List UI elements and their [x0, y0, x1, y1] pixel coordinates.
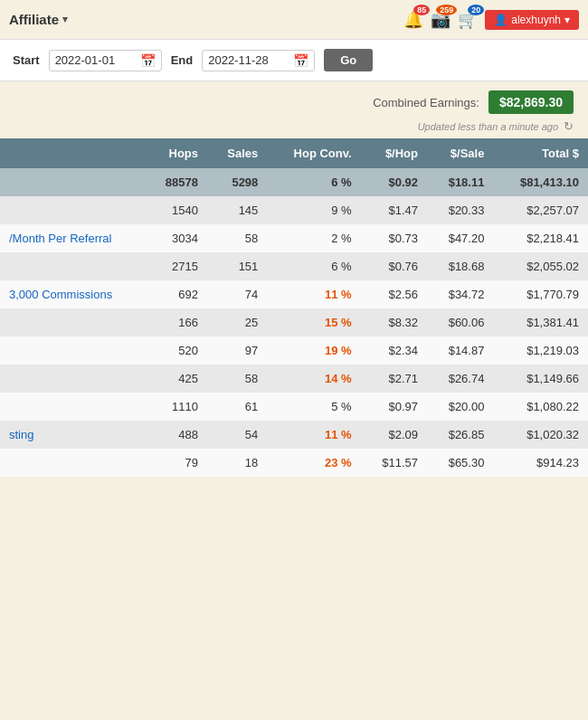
row-per-hop: $0.73 — [361, 224, 427, 252]
row-per-sale: $14.87 — [427, 336, 493, 365]
row-total: $1,219.03 — [493, 336, 588, 365]
row-total: $2,257.07 — [493, 196, 588, 224]
row-name — [0, 365, 145, 393]
row-name[interactable]: /Month Per Referral — [0, 224, 145, 252]
row-sales: 58 — [207, 365, 267, 393]
table-row: 79 18 23 % $11.57 $65.30 $914.23 — [0, 449, 588, 477]
data-table: Hops Sales Hop Conv. $/Hop $/Sale Total … — [0, 138, 588, 477]
row-name[interactable]: 3,000 Commissions — [0, 280, 145, 308]
row-sales: 58 — [207, 224, 267, 252]
bell-icon-wrap[interactable]: 🔔 85 — [403, 10, 423, 30]
row-per-hop: $0.97 — [361, 393, 427, 421]
nav-right: 🔔 85 📷 259 🛒 20 👤 alexhuynh ▾ — [403, 10, 579, 30]
row-hop-conv: 2 % — [267, 224, 360, 252]
row-hops: 2715 — [145, 252, 207, 280]
end-calendar-icon[interactable]: 📅 — [293, 53, 308, 68]
brand-menu[interactable]: Affiliate ▾ — [9, 12, 68, 27]
row-hop-conv: 14 % — [267, 365, 360, 393]
table-row: sting 488 54 11 % $2.09 $26.85 $1,020.32 — [0, 421, 588, 449]
row-per-sale: $18.68 — [427, 252, 493, 280]
row-hops: 79 — [145, 449, 207, 477]
user-icon: 👤 — [494, 14, 507, 26]
row-hop-conv: 11 % — [267, 421, 360, 449]
camera-icon-wrap[interactable]: 📷 259 — [431, 10, 450, 30]
table-row: /Month Per Referral 3034 58 2 % $0.73 $4… — [0, 224, 588, 252]
row-per-hop: $2.34 — [361, 336, 427, 365]
go-button[interactable]: Go — [324, 49, 373, 71]
row-hop-conv: 19 % — [267, 336, 360, 365]
totals-row: 88578 5298 6 % $0.92 $18.11 $81,413.10 — [0, 168, 588, 196]
row-per-sale: $20.00 — [427, 393, 493, 421]
row-per-hop: $2.56 — [361, 280, 427, 308]
row-sales: 18 — [207, 449, 267, 477]
table-row: 1110 61 5 % $0.97 $20.00 $1,080.22 — [0, 393, 588, 421]
row-per-sale: $60.06 — [427, 308, 493, 336]
row-hop-conv: 9 % — [267, 196, 360, 224]
row-sales: 54 — [207, 421, 267, 449]
row-sales: 97 — [207, 336, 267, 365]
col-total: Total $ — [493, 138, 588, 168]
row-per-sale: $26.74 — [427, 365, 493, 393]
earnings-bar: Combined Earnings: $82,869.30 — [0, 81, 588, 118]
row-name — [0, 336, 145, 365]
row-sales: 151 — [207, 252, 267, 280]
row-name[interactable]: sting — [0, 421, 145, 449]
row-total: $1,020.32 — [493, 421, 588, 449]
data-table-wrap: Hops Sales Hop Conv. $/Hop $/Sale Total … — [0, 138, 588, 477]
table-row: 1540 145 9 % $1.47 $20.33 $2,257.07 — [0, 196, 588, 224]
row-name — [0, 252, 145, 280]
row-total: $1,381.41 — [493, 308, 588, 336]
row-per-hop: $8.32 — [361, 308, 427, 336]
start-date-input[interactable] — [55, 53, 137, 67]
col-per-sale: $/Sale — [427, 138, 493, 168]
table-header-row: Hops Sales Hop Conv. $/Hop $/Sale Total … — [0, 138, 588, 168]
row-name — [0, 308, 145, 336]
table-row: 2715 151 6 % $0.76 $18.68 $2,055.02 — [0, 252, 588, 280]
row-total: $1,770.79 — [493, 280, 588, 308]
camera-badge: 259 — [436, 5, 457, 15]
totals-per-sale: $18.11 — [427, 168, 493, 196]
row-per-sale: $34.72 — [427, 280, 493, 308]
totals-sales: 5298 — [207, 168, 267, 196]
updated-bar: Updated less than a minute ago ↻ — [0, 118, 588, 138]
earnings-value: $82,869.30 — [488, 90, 574, 114]
user-button[interactable]: 👤 alexhuynh ▾ — [485, 10, 579, 30]
row-hops: 1540 — [145, 196, 207, 224]
cart-icon-wrap[interactable]: 🛒 20 — [458, 10, 478, 30]
row-sales: 25 — [207, 308, 267, 336]
col-sales: Sales — [207, 138, 267, 168]
end-date-wrap: 📅 — [202, 50, 315, 71]
row-hops: 166 — [145, 308, 207, 336]
col-per-hop: $/Hop — [361, 138, 427, 168]
start-label: Start — [13, 53, 40, 67]
start-date-wrap: 📅 — [49, 50, 162, 71]
filter-bar: Start 📅 End 📅 Go — [0, 40, 588, 81]
row-per-hop: $0.76 — [361, 252, 427, 280]
refresh-icon[interactable]: ↻ — [564, 119, 574, 133]
totals-hops: 88578 — [145, 168, 207, 196]
start-calendar-icon[interactable]: 📅 — [140, 53, 156, 68]
row-total: $2,055.02 — [493, 252, 588, 280]
row-total: $1,080.22 — [493, 393, 588, 421]
row-per-hop: $11.57 — [361, 449, 427, 477]
earnings-label: Combined Earnings: — [373, 96, 479, 109]
row-total: $1,149.66 — [493, 365, 588, 393]
top-nav: Affiliate ▾ 🔔 85 📷 259 🛒 20 👤 alexhuynh … — [0, 0, 588, 40]
totals-hop-conv: 6 % — [267, 168, 360, 196]
col-hop-conv: Hop Conv. — [267, 138, 360, 168]
totals-per-hop: $0.92 — [361, 168, 427, 196]
brand-chevron: ▾ — [62, 14, 68, 25]
row-hops: 1110 — [145, 393, 207, 421]
totals-name — [0, 168, 145, 196]
updated-text: Updated less than a minute ago — [418, 121, 558, 132]
row-sales: 145 — [207, 196, 267, 224]
col-name — [0, 138, 145, 168]
row-name — [0, 196, 145, 224]
end-label: End — [171, 53, 194, 67]
row-hop-conv: 11 % — [267, 280, 360, 308]
row-per-sale: $65.30 — [427, 449, 493, 477]
row-hop-conv: 5 % — [267, 393, 360, 421]
row-hop-conv: 6 % — [267, 252, 360, 280]
end-date-input[interactable] — [208, 53, 289, 67]
row-hops: 425 — [145, 365, 207, 393]
